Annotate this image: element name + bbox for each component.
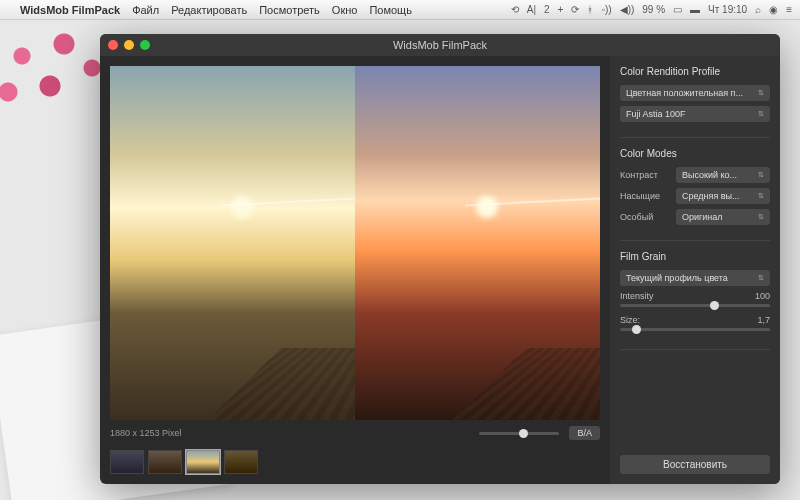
side-panel: Color Rendition Profile Цветная положите… (610, 56, 780, 484)
chevron-updown-icon: ⇅ (758, 213, 764, 221)
size-slider[interactable] (620, 328, 770, 331)
select-value: Высокий ко... (682, 170, 737, 180)
menu-help[interactable]: Помощь (369, 4, 412, 16)
select-value: Текущий профиль цвета (626, 273, 728, 283)
battery-percent: 99 % (642, 4, 665, 15)
battery-icon[interactable]: ▭ (673, 4, 682, 15)
search-icon[interactable]: ⌕ (755, 4, 761, 15)
select-value: Средняя вы... (682, 191, 740, 201)
wifi-icon[interactable]: ◦)) (601, 4, 611, 15)
size-value: 1,7 (757, 315, 770, 325)
status-icon[interactable]: A| (527, 4, 536, 15)
notification-icon[interactable]: ≡ (786, 4, 792, 15)
row-label: Особый (620, 212, 670, 222)
app-window: WidsMob FilmPack 1880 x 1253 Pixel B/A (100, 34, 780, 484)
thumbnail-strip (110, 446, 600, 474)
restore-button[interactable]: Восстановить (620, 455, 770, 474)
select-value: Оригинал (682, 212, 723, 222)
chevron-updown-icon: ⇅ (758, 274, 764, 282)
menu-file[interactable]: Файл (132, 4, 159, 16)
color-modes-section: Color Modes Контраст Высокий ко... ⇅ Нас… (620, 148, 770, 241)
contrast-select[interactable]: Высокий ко... ⇅ (676, 167, 770, 183)
grain-profile-select[interactable]: Текущий профиль цвета ⇅ (620, 270, 770, 286)
titlebar[interactable]: WidsMob FilmPack (100, 34, 780, 56)
intensity-value: 100 (755, 291, 770, 301)
section-heading: Color Modes (620, 148, 770, 159)
color-rendition-section: Color Rendition Profile Цветная положите… (620, 66, 770, 138)
chevron-updown-icon: ⇅ (758, 110, 764, 118)
main-area: 1880 x 1253 Pixel B/A (100, 56, 610, 484)
menu-window[interactable]: Окно (332, 4, 358, 16)
menu-view[interactable]: Посмотреть (259, 4, 320, 16)
status-icon[interactable]: + (558, 4, 564, 15)
intensity-slider[interactable] (620, 304, 770, 307)
chevron-updown-icon: ⇅ (758, 89, 764, 97)
window-title: WidsMob FilmPack (100, 39, 780, 51)
clock: Чт 19:10 (708, 4, 747, 15)
flag-icon[interactable]: ▬ (690, 4, 700, 15)
thumbnail[interactable] (110, 450, 144, 474)
volume-icon[interactable]: ◀)) (620, 4, 635, 15)
menu-edit[interactable]: Редактировать (171, 4, 247, 16)
bluetooth-icon[interactable]: ᚼ (587, 4, 593, 15)
preview-canvas[interactable] (110, 66, 600, 420)
size-label: Size: (620, 315, 640, 325)
status-icon[interactable]: ⟳ (571, 4, 579, 15)
status-icon[interactable]: 2 (544, 4, 550, 15)
film-select[interactable]: Fuji Astia 100F ⇅ (620, 106, 770, 122)
zoom-slider[interactable] (479, 432, 559, 435)
status-icon[interactable]: ⟲ (511, 4, 519, 15)
preview-after (355, 66, 600, 420)
select-value: Цветная положительная п... (626, 88, 743, 98)
siri-icon[interactable]: ◉ (769, 4, 778, 15)
image-dimensions: 1880 x 1253 Pixel (110, 428, 182, 438)
saturation-select[interactable]: Средняя вы... ⇅ (676, 188, 770, 204)
special-select[interactable]: Оригинал ⇅ (676, 209, 770, 225)
rendition-type-select[interactable]: Цветная положительная п... ⇅ (620, 85, 770, 101)
thumbnail[interactable] (148, 450, 182, 474)
mac-menubar: WidsMob FilmPack Файл Редактировать Посм… (0, 0, 800, 20)
select-value: Fuji Astia 100F (626, 109, 686, 119)
chevron-updown-icon: ⇅ (758, 192, 764, 200)
film-grain-section: Film Grain Текущий профиль цвета ⇅ Inten… (620, 251, 770, 350)
intensity-label: Intensity (620, 291, 654, 301)
thumbnail-selected[interactable] (186, 450, 220, 474)
section-heading: Film Grain (620, 251, 770, 262)
chevron-updown-icon: ⇅ (758, 171, 764, 179)
before-after-button[interactable]: B/A (569, 426, 600, 440)
preview-before (110, 66, 355, 420)
thumbnail[interactable] (224, 450, 258, 474)
row-label: Контраст (620, 170, 670, 180)
menubar-app-name[interactable]: WidsMob FilmPack (20, 4, 120, 16)
row-label: Насыщие (620, 191, 670, 201)
section-heading: Color Rendition Profile (620, 66, 770, 77)
